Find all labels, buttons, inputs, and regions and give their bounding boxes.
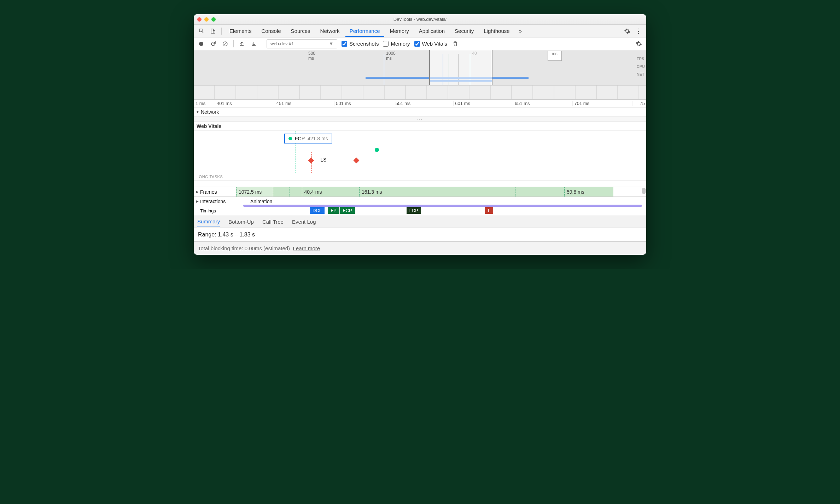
interactions-track[interactable]: ▶Interactions Animation: [194, 197, 646, 206]
tab-network[interactable]: Network: [316, 25, 344, 37]
scrollbar-thumb[interactable]: [642, 188, 646, 194]
frame-segment[interactable]: 1072.5 ms: [236, 187, 273, 197]
summary-footer: Total blocking time: 0.00ms (estimated) …: [194, 242, 646, 255]
chevron-down-icon: ▼: [196, 110, 199, 114]
perf-toolbar: web.dev #1 ▼ Screenshots Memory Web Vita…: [194, 37, 646, 50]
settings-gear-icon[interactable]: [622, 26, 632, 36]
chevron-right-icon: ▶: [196, 199, 199, 203]
frame-segment[interactable]: 40.4 ms: [302, 187, 359, 197]
overview-ticks: 500 ms 1000 ms 40 ms 901 ms 1401 ms 1901…: [194, 50, 646, 61]
details-tabs: Summary Bottom-Up Call Tree Event Log: [194, 216, 646, 228]
web-vitals-checkbox[interactable]: Web Vitals: [414, 41, 447, 47]
chevron-down-icon: ▼: [329, 41, 333, 46]
tab-event-log[interactable]: Event Log: [292, 217, 316, 227]
recording-select[interactable]: web.dev #1 ▼: [267, 39, 337, 48]
kebab-menu-icon[interactable]: ⋮: [634, 26, 643, 36]
summary-range: Range: 1.43 s – 1.83 s: [194, 228, 646, 242]
timing-marker-lcp[interactable]: LCP: [407, 207, 421, 214]
svg-rect-1: [213, 30, 215, 33]
web-vitals-label: Web Vitals: [422, 41, 447, 47]
long-tasks-label: LONG TASKS: [194, 173, 646, 181]
web-vitals-section-label: Web Vitals: [194, 122, 646, 131]
lcp-marker-dot[interactable]: [375, 148, 379, 152]
svg-point-2: [199, 42, 203, 46]
memory-checkbox-input[interactable]: [383, 41, 389, 47]
time-ruler[interactable]: 1 ms 401 ms 451 ms 501 ms 551 ms 601 ms …: [194, 100, 646, 107]
screenshots-label: Screenshots: [349, 41, 379, 47]
reload-icon[interactable]: [209, 40, 217, 48]
tab-call-tree[interactable]: Call Tree: [262, 217, 284, 227]
interactions-value: Animation: [243, 199, 272, 204]
tab-console[interactable]: Console: [257, 25, 285, 37]
frames-track[interactable]: ▶Frames 1072.5 ms40.4 ms161.3 ms59.8 ms: [194, 187, 646, 197]
tbt-text: Total blocking time: 0.00ms (estimated): [198, 245, 290, 251]
overview-selection[interactable]: [429, 50, 492, 85]
timeline-overview[interactable]: 500 ms 1000 ms 40 ms 901 ms 1401 ms 1901…: [194, 50, 646, 86]
recording-select-value: web.dev #1: [270, 41, 294, 46]
timing-marker-fcp[interactable]: FCP: [340, 207, 355, 214]
devtools-window: DevTools - web.dev/vitals/ Elements Cons…: [194, 14, 646, 255]
window-title: DevTools - web.dev/vitals/: [194, 17, 646, 22]
learn-more-link[interactable]: Learn more: [293, 245, 320, 251]
fcp-name: FCP: [295, 136, 305, 141]
svg-line-4: [224, 42, 227, 45]
memory-label: Memory: [391, 41, 410, 47]
web-vitals-track[interactable]: FCP 421.8 ms LS: [194, 131, 646, 173]
tab-sources[interactable]: Sources: [287, 25, 315, 37]
tab-summary[interactable]: Summary: [197, 216, 220, 227]
tab-lighthouse[interactable]: Lighthouse: [479, 25, 514, 37]
layout-shift-diamond[interactable]: [354, 158, 360, 164]
layout-shift-diamond[interactable]: [308, 158, 314, 164]
timing-marker-l[interactable]: L: [485, 207, 493, 214]
web-vitals-checkbox-input[interactable]: [414, 41, 420, 47]
frame-segment[interactable]: [515, 187, 564, 197]
memory-checkbox[interactable]: Memory: [383, 41, 410, 47]
separator: ···: [194, 117, 646, 122]
timings-label: Timings: [194, 208, 243, 213]
timing-marker-fp[interactable]: FP: [328, 207, 339, 214]
chevron-right-icon: ▶: [196, 190, 199, 194]
frame-segment[interactable]: [273, 187, 289, 197]
screenshots-checkbox[interactable]: Screenshots: [342, 41, 379, 47]
long-tasks-track[interactable]: [194, 181, 646, 187]
interactions-label: Interactions: [200, 199, 226, 204]
screenshots-checkbox-input[interactable]: [342, 41, 347, 47]
fcp-time: 421.8 ms: [308, 136, 328, 141]
network-track-label: Network: [201, 109, 219, 115]
tab-bottom-up[interactable]: Bottom-Up: [228, 217, 254, 227]
clear-icon[interactable]: [221, 40, 229, 48]
frame-segment[interactable]: [290, 187, 302, 197]
inspect-icon[interactable]: [197, 26, 206, 36]
tab-memory[interactable]: Memory: [386, 25, 413, 37]
more-tabs-icon[interactable]: »: [515, 26, 525, 36]
ls-label: LS: [320, 157, 326, 163]
panel-tabs: Elements Console Sources Network Perform…: [194, 25, 646, 37]
load-profile-icon[interactable]: [238, 40, 246, 48]
overview-track-labels: FPS CPU NET: [637, 57, 645, 76]
green-dot-icon: [288, 137, 292, 140]
filmstrip[interactable]: [194, 86, 646, 100]
titlebar: DevTools - web.dev/vitals/: [194, 14, 646, 25]
timing-marker-dcl[interactable]: DCL: [310, 207, 325, 214]
frame-segment[interactable]: 161.3 ms: [359, 187, 515, 197]
timings-track[interactable]: Timings DCLFPFCPLCPL: [194, 206, 646, 216]
network-track-header[interactable]: ▼Network: [194, 107, 646, 117]
frames-label: Frames: [200, 189, 217, 195]
record-icon[interactable]: [197, 40, 205, 48]
fcp-marker[interactable]: FCP 421.8 ms: [284, 134, 332, 143]
device-toolbar-icon[interactable]: [208, 26, 218, 36]
capture-settings-gear-icon[interactable]: [635, 40, 643, 48]
trash-icon[interactable]: [451, 40, 459, 48]
tab-security[interactable]: Security: [450, 25, 478, 37]
tab-performance[interactable]: Performance: [345, 25, 384, 37]
tab-elements[interactable]: Elements: [225, 25, 256, 37]
save-profile-icon[interactable]: [250, 40, 258, 48]
tab-application[interactable]: Application: [415, 25, 449, 37]
frame-segment[interactable]: 59.8 ms: [564, 187, 613, 197]
